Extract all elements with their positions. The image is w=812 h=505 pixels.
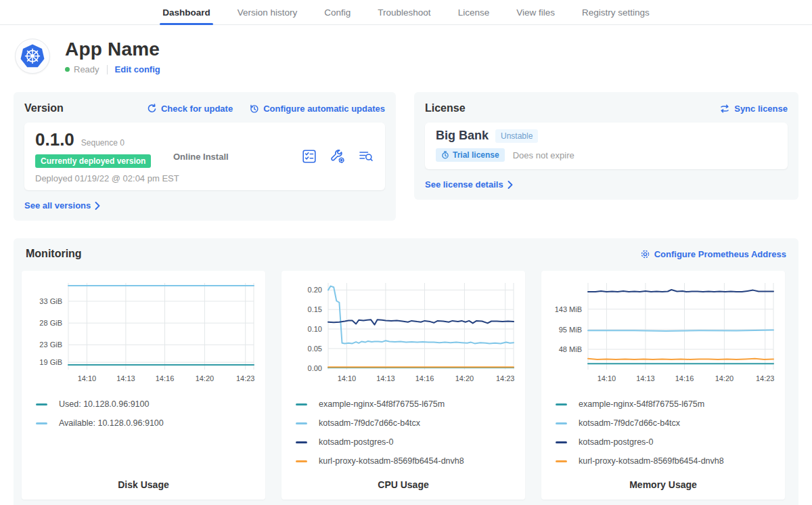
cpu-usage-chart-card: 0.200.150.100.050.0014:1014:1314:1614:20… [281,271,525,500]
deployed-timestamp: Deployed 01/19/22 @ 02:04 pm EST [35,173,173,183]
svg-text:14:16: 14:16 [415,374,434,382]
chart-legend: example-nginx-54f8f76755-l675mkotsadm-7f… [549,399,777,475]
legend-item: example-nginx-54f8f76755-l675m [296,399,518,409]
svg-text:14:23: 14:23 [756,374,775,382]
legend-item: kotsadm-7f9dc7d66c-b4tcx [556,418,777,428]
legend-label: kotsadm-postgres-0 [579,437,653,447]
configure-prometheus-link[interactable]: Configure Prometheus Address [640,249,786,259]
svg-text:14:13: 14:13 [116,374,135,382]
svg-text:14:23: 14:23 [496,374,515,382]
chart-title: Memory Usage [549,475,777,491]
refresh-icon [147,104,157,114]
see-all-versions-link[interactable]: See all versions [24,200,100,211]
edit-config-icon[interactable] [330,148,346,164]
svg-text:95 MiB: 95 MiB [559,326,582,334]
current-version-panel: 0.1.0 Sequence 0 Currently deployed vers… [24,123,385,190]
configure-auto-updates-link[interactable]: Configure automatic updates [249,104,385,114]
version-number: 0.1.0 [35,129,74,150]
monitoring-section: Monitoring Configure Prometheus Address … [14,238,798,505]
chevron-right-icon [508,181,513,189]
svg-text:14:13: 14:13 [636,374,655,382]
legend-swatch [36,403,47,405]
license-customer-name: Big Bank [436,129,489,143]
memory-usage-chart: 143 MiB95 MiB48 MiB14:1014:1314:1614:201… [549,279,777,386]
legend-item: Available: 10.128.0.96:9100 [36,418,258,428]
legend-item: kurl-proxy-kotsadm-8569fb6454-dnvh8 [556,456,777,466]
chart-title: Disk Usage [29,475,258,491]
tab-label: Dashboard [162,7,210,18]
tab-label: Config [324,7,351,18]
legend-swatch [556,441,567,443]
legend-label: kotsadm-postgres-0 [319,437,393,447]
legend-label: example-nginx-54f8f76755-l675m [319,399,445,409]
legend-swatch [296,403,307,405]
cards-row: Version Check for update [0,92,812,221]
svg-text:14:16: 14:16 [675,374,694,382]
svg-text:14:10: 14:10 [78,374,97,382]
svg-text:14:10: 14:10 [597,374,616,382]
svg-text:23 GiB: 23 GiB [39,341,62,349]
legend-swatch [296,441,307,443]
legend-item: Used: 10.128.0.96:9100 [36,399,258,409]
svg-text:14:23: 14:23 [236,374,255,382]
legend-label: kotsadm-7f9dc7d66c-b4tcx [579,418,680,428]
tab-registry-settings[interactable]: Registry settings [568,0,663,24]
sync-license-link[interactable]: Sync license [719,104,788,114]
disk-usage-chart-card: 33 GiB28 GiB23 GiB19 GiB14:1014:1314:161… [22,271,265,500]
tab-version-history[interactable]: Version history [224,0,311,24]
svg-text:0.10: 0.10 [308,325,322,333]
legend-label: Available: 10.128.0.96:9100 [59,418,164,428]
legend-swatch [556,422,567,424]
legend-label: Used: 10.128.0.96:9100 [59,399,149,409]
configure-prometheus-label: Configure Prometheus Address [654,249,786,259]
preflight-checks-icon[interactable] [301,148,317,164]
app-logo [15,39,50,74]
svg-text:28 GiB: 28 GiB [39,319,62,327]
svg-text:0.00: 0.00 [308,364,322,372]
version-sequence: Sequence 0 [81,138,125,148]
legend-item: kotsadm-postgres-0 [556,437,777,447]
svg-text:0.20: 0.20 [308,286,322,294]
tab-label: View files [516,7,555,18]
chart-legend: example-nginx-54f8f76755-l675mkotsadm-7f… [289,399,518,475]
legend-item: example-nginx-54f8f76755-l675m [556,399,777,409]
tab-troubleshoot[interactable]: Troubleshoot [364,0,444,24]
legend-item: kurl-proxy-kotsadm-8569fb6454-dnvh8 [296,456,518,466]
kubernetes-icon [19,43,46,70]
chevron-right-icon [95,202,100,210]
app-status: Ready [74,64,99,74]
tab-label: Troubleshoot [378,7,430,18]
deployed-badge: Currently deployed version [35,154,151,168]
see-license-details-link[interactable]: See license details [425,179,513,190]
svg-text:143 MiB: 143 MiB [555,305,582,313]
view-logs-icon[interactable] [358,148,374,164]
tab-dashboard[interactable]: Dashboard [149,0,224,24]
svg-text:14:20: 14:20 [455,374,474,382]
svg-text:14:16: 14:16 [156,374,175,382]
legend-swatch [556,460,567,462]
stopwatch-icon [441,151,449,159]
legend-item: kotsadm-postgres-0 [296,437,518,447]
tab-label: Version history [238,7,298,18]
sync-license-label: Sync license [734,104,788,114]
tab-label: License [458,7,490,18]
legend-label: kurl-proxy-kotsadm-8569fb6454-dnvh8 [319,456,464,466]
license-expiration: Does not expire [513,150,574,160]
tab-view-files[interactable]: View files [503,0,568,24]
tab-label: Registry settings [582,7,650,18]
check-for-update-link[interactable]: Check for update [147,104,233,114]
see-all-versions-label: See all versions [24,200,91,211]
svg-text:19 GiB: 19 GiB [39,358,62,366]
tab-license[interactable]: License [445,0,503,24]
check-for-update-label: Check for update [161,104,233,114]
sync-icon [719,104,730,114]
version-card: Version Check for update [14,92,396,221]
svg-text:0.15: 0.15 [308,305,322,313]
tab-config[interactable]: Config [311,0,364,24]
monitoring-title: Monitoring [26,248,82,260]
configure-auto-updates-label: Configure automatic updates [263,104,385,114]
status-dot [65,67,70,72]
gear-icon [640,249,650,259]
edit-config-link[interactable]: Edit config [115,64,160,74]
svg-text:14:20: 14:20 [715,374,734,382]
